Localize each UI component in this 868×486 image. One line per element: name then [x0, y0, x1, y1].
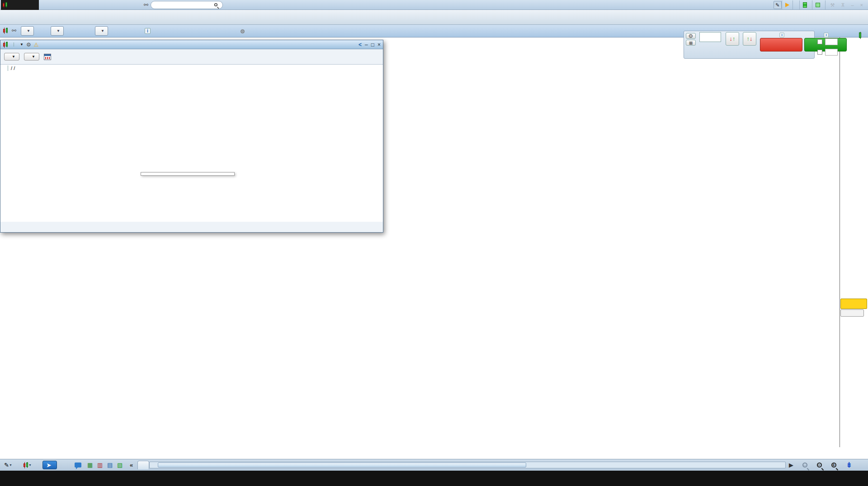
equity-x-axis [0, 222, 383, 230]
trades-filter-dropdown[interactable]: ▼ [24, 53, 39, 61]
window-maximize-icon[interactable]: □ [371, 42, 374, 48]
workspace-tab[interactable] [137, 461, 149, 469]
chart-type-icon[interactable] [3, 28, 8, 34]
prorealtime-app: ⚯ ✎ ⚒ ⊼ – × ⚯ ▼ ▼ ▼ i [0, 0, 868, 486]
close-price-badge [840, 309, 864, 317]
sell-button[interactable] [760, 38, 802, 51]
order-entry-panel: ⚙ ▦ ↓↑ ↑↓ i i [684, 31, 815, 59]
push-button[interactable] [799, 0, 812, 9]
search-icon[interactable] [214, 3, 217, 6]
limit-bracket-checkbox[interactable] [817, 39, 822, 44]
chart-settings-icon[interactable] [856, 33, 863, 41]
scroll-right-icon[interactable]: ▶ [788, 461, 795, 469]
detach-icon[interactable]: ⚒ [829, 2, 837, 8]
portfolio-icon[interactable]: ▥ [96, 461, 104, 469]
performance-filters: ▼ ▼ [0, 49, 383, 65]
prorealtime-logo-icon [2, 2, 8, 8]
performance-window: ▼ ⚙ ⚠ < – □ × ▼ ▼ / / [0, 40, 383, 233]
share-icon[interactable]: < [359, 42, 362, 48]
watchlist-icon[interactable]: ▦ [86, 461, 94, 469]
chart-scrollbar-thumb[interactable] [158, 463, 526, 467]
draw-mode-icon[interactable]: ✎▼ [3, 461, 14, 469]
window-close-icon[interactable]: × [377, 42, 381, 48]
zoom-fit-icon[interactable]: ⇔ [799, 461, 810, 469]
workspace-button[interactable] [793, 0, 799, 9]
keyboard-icon[interactable]: ▦ [686, 40, 696, 46]
window-minimize-icon[interactable]: – [365, 42, 368, 48]
units-dropdown[interactable]: ▼ [95, 26, 108, 36]
chart-scrollbar[interactable] [149, 462, 786, 468]
warning-icon[interactable]: ⚠ [34, 42, 39, 48]
info-icon[interactable]: i [145, 28, 151, 34]
menu-bar: ⚯ ✎ ⚒ ⊼ – × [0, 0, 868, 10]
order-settings-icon[interactable]: ⚙ [686, 33, 696, 39]
limit-bracket-value[interactable] [825, 38, 838, 45]
mini-chart-icon[interactable]: ▤ [106, 461, 114, 469]
app-logo [1, 0, 39, 10]
search-input[interactable] [155, 2, 213, 9]
link-instruments-icon[interactable]: ⚯ [143, 0, 149, 10]
performance-window-titlebar[interactable]: ▼ ⚙ ⚠ < – □ × [0, 40, 383, 49]
search-box [151, 1, 223, 9]
trading-scope-dropdown[interactable]: ▼ [4, 53, 19, 61]
instruments-filter-dropdown[interactable]: ▼ [14, 42, 24, 47]
bar-spacing-icon[interactable]: ⇟ [844, 461, 854, 469]
symbol-dropdown[interactable]: ▼ [21, 26, 34, 36]
trade-tooltip [141, 172, 235, 176]
timeframe-dropdown[interactable]: ▼ [51, 26, 64, 36]
bottom-toolbar: ✎▼ ▼ ➤ ▦ ▥ ▤ ▧ « ▶ ⇔ – + ⇟ [0, 459, 868, 471]
limit-bracket-row [817, 38, 839, 45]
share-button[interactable]: ➤ [42, 461, 57, 469]
pin-icon[interactable]: ⊼ [839, 2, 846, 8]
chat-icon[interactable] [73, 461, 83, 469]
stop-bracket-value[interactable] [825, 49, 838, 56]
stop-bracket-checkbox[interactable] [817, 50, 822, 55]
performance-window-icon [3, 42, 8, 48]
sell-info-icon: i [779, 33, 784, 37]
quantity-input[interactable] [699, 32, 721, 42]
limit-order-button[interactable]: ↓↑ [726, 32, 739, 46]
dealthru-status-icon [816, 3, 820, 7]
equity-curve-plot: / / [0, 65, 383, 222]
collapse-toolbar-icon[interactable]: « [128, 461, 134, 469]
dealthru-button[interactable] [812, 0, 825, 9]
stop-bracket-row [817, 49, 839, 56]
push-status-icon [803, 2, 807, 8]
zoom-in-icon[interactable]: + [828, 461, 839, 469]
sell-label: i [760, 32, 803, 38]
current-price-badge [840, 299, 867, 309]
stop-order-button[interactable]: ↑↓ [743, 32, 756, 46]
market-status-icon [241, 29, 245, 33]
annotate-icon[interactable]: ✎ [774, 1, 781, 9]
minimize-icon[interactable]: – [849, 2, 855, 8]
link-chart-icon[interactable]: ⚯ [12, 28, 16, 34]
equity-curve-canvas [0, 65, 383, 222]
windows-taskbar [0, 471, 868, 486]
zoom-out-icon[interactable]: – [814, 461, 825, 469]
orders-list-icon[interactable]: ▧ [116, 461, 124, 469]
performance-settings-icon[interactable]: ⚙ [26, 42, 31, 48]
close-icon[interactable]: × [859, 2, 865, 8]
buy-info-icon: i [824, 33, 828, 37]
flag-icon[interactable] [782, 0, 793, 9]
chart-style-icon[interactable]: ▼ [22, 461, 33, 469]
price-axis[interactable] [840, 37, 868, 447]
equity-plot-header: / / [2, 65, 18, 71]
drawing-toolbar [0, 10, 868, 25]
calendar-icon[interactable] [44, 54, 51, 60]
buy-label: i [804, 32, 848, 38]
